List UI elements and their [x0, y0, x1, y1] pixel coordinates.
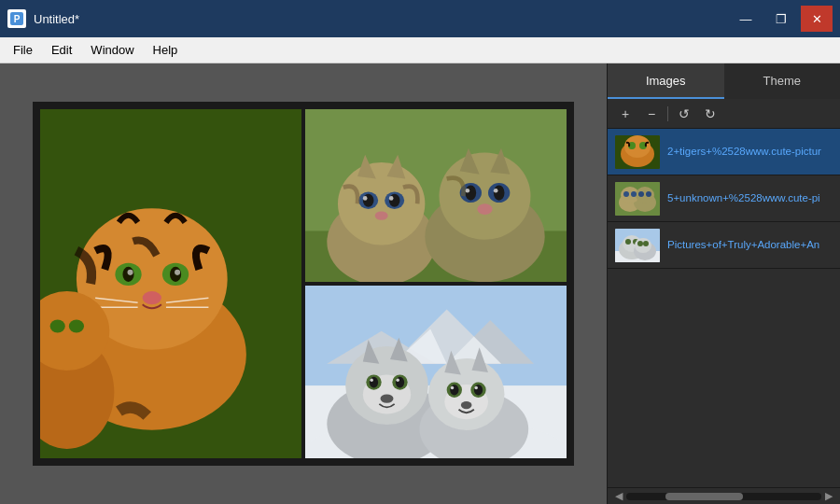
svg-point-11 [175, 270, 180, 275]
scroll-right-arrow[interactable]: ▶ [821, 490, 836, 502]
window-title: Untitled* [34, 12, 730, 26]
svg-point-91 [646, 191, 651, 197]
right-panel: Images Theme + − ↺ ↻ [607, 63, 840, 504]
svg-point-20 [69, 319, 84, 332]
list-label: 2+tigers+%2528www.cute-pictur [667, 145, 821, 159]
list-label: Pictures+of+Truly+Adorable+An [667, 238, 819, 252]
content-area: Images Theme + − ↺ ↻ [0, 63, 840, 504]
list-label: 5+unknown+%2528www.cute-pi [667, 191, 820, 205]
toolbar-divider [667, 106, 668, 121]
svg-point-101 [637, 241, 643, 246]
svg-point-30 [363, 194, 374, 207]
menu-edit[interactable]: Edit [42, 41, 81, 59]
panel-tabs: Images Theme [608, 63, 840, 99]
window-controls: — ❐ ✕ [730, 6, 833, 32]
svg-point-62 [396, 377, 404, 388]
menu-help[interactable]: Help [144, 41, 188, 59]
canvas-area [0, 63, 607, 504]
svg-point-44 [494, 189, 498, 193]
list-thumb-wolf [615, 229, 660, 262]
svg-point-64 [396, 379, 399, 383]
svg-point-12 [143, 291, 161, 304]
minimize-button[interactable]: — [730, 6, 762, 32]
add-image-button[interactable]: + [615, 104, 636, 124]
svg-point-97 [625, 239, 631, 245]
list-item[interactable]: 2+tigers+%2528www.cute-pictur [608, 129, 840, 175]
scroll-track[interactable] [626, 493, 821, 500]
app-icon: P [7, 9, 26, 28]
svg-point-63 [370, 379, 373, 383]
svg-point-75 [451, 386, 455, 390]
svg-point-88 [623, 191, 629, 197]
svg-point-74 [474, 385, 483, 396]
list-thumb-wildcat [615, 182, 660, 216]
svg-point-76 [474, 386, 478, 390]
svg-point-90 [638, 191, 644, 197]
image-cell-wildcat [305, 109, 567, 282]
svg-point-41 [466, 185, 477, 200]
image-list: 2+tigers+%2528www.cute-pictur [608, 129, 840, 487]
tab-theme[interactable]: Theme [724, 63, 841, 99]
svg-point-34 [375, 211, 388, 219]
titlebar: P Untitled* — ❐ ✕ [0, 0, 840, 37]
main-window: P Untitled* — ❐ ✕ File Edit Window Help [0, 0, 840, 504]
undo-button[interactable]: ↺ [674, 104, 694, 124]
svg-point-100 [635, 238, 651, 253]
svg-point-102 [643, 241, 649, 246]
svg-point-73 [450, 385, 458, 396]
svg-point-89 [631, 191, 637, 197]
panel-toolbar: + − ↺ ↻ [608, 99, 840, 129]
scroll-thumb [665, 493, 744, 500]
tab-images[interactable]: Images [608, 63, 724, 99]
image-grid [33, 102, 574, 466]
svg-point-10 [128, 270, 133, 275]
svg-point-36 [440, 152, 531, 239]
list-item[interactable]: 5+unknown+%2528www.cute-pi [608, 175, 840, 222]
svg-point-45 [477, 203, 492, 215]
svg-point-87 [636, 187, 654, 203]
svg-point-43 [466, 189, 470, 193]
svg-point-31 [389, 194, 400, 207]
scroll-left-arrow[interactable]: ◀ [611, 490, 626, 502]
svg-point-77 [461, 401, 472, 409]
image-cell-tiger [40, 109, 301, 458]
restore-button[interactable]: ❐ [765, 6, 797, 32]
menubar: File Edit Window Help [0, 37, 840, 63]
svg-point-42 [494, 185, 505, 200]
svg-point-33 [389, 196, 394, 201]
menu-file[interactable]: File [4, 41, 42, 59]
menu-window[interactable]: Window [81, 41, 143, 59]
remove-image-button[interactable]: − [641, 104, 662, 124]
list-thumb-tiger [615, 135, 660, 169]
redo-button[interactable]: ↻ [700, 104, 721, 124]
svg-point-65 [381, 394, 394, 402]
svg-point-32 [363, 196, 368, 201]
horizontal-scrollbar[interactable]: ◀ ▶ [608, 487, 840, 504]
image-cell-wolf [305, 286, 567, 458]
list-item[interactable]: Pictures+of+Truly+Adorable+An [608, 222, 840, 269]
svg-point-61 [370, 377, 378, 388]
svg-point-19 [50, 319, 65, 332]
svg-point-25 [338, 162, 425, 245]
svg-text:P: P [14, 14, 21, 24]
close-button[interactable]: ✕ [801, 6, 833, 32]
